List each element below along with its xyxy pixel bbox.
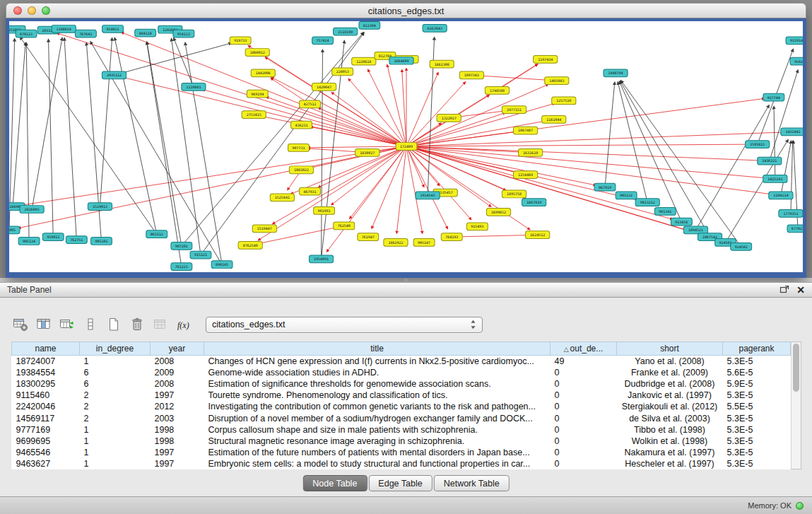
- graph-node[interactable]: 1954091: [309, 255, 333, 263]
- graph-node[interactable]: 867919: [594, 183, 616, 191]
- graph-node[interactable]: 1067487: [513, 127, 537, 134]
- graph-node[interactable]: 1624512: [526, 231, 550, 239]
- table-row[interactable]: 946554611997Estimation of the future num…: [12, 447, 791, 458]
- graph-edge[interactable]: [147, 42, 182, 246]
- graph-node[interactable]: 1699652: [486, 209, 510, 216]
- table-row[interactable]: 2242004622012Investigating the contribut…: [12, 401, 791, 412]
- graph-edge[interactable]: [64, 37, 76, 240]
- graph-node[interactable]: 890145: [211, 261, 233, 269]
- graph-node[interactable]: 913456: [671, 218, 692, 226]
- graph-node[interactable]: 959013: [42, 233, 64, 241]
- table-cell[interactable]: 0: [551, 424, 617, 436]
- import-table-icon[interactable]: [151, 315, 170, 334]
- graph-edge[interactable]: [22, 146, 406, 205]
- graph-edge[interactable]: [271, 77, 406, 146]
- graph-edge[interactable]: [726, 139, 789, 243]
- network-canvas[interactable]: 1724091255437166130810973431748508197715…: [9, 21, 803, 272]
- table-cell[interactable]: 5.3E-5: [723, 436, 791, 447]
- graph-edge[interactable]: [100, 37, 112, 206]
- table-cell[interactable]: 6: [80, 367, 151, 378]
- graph-edge[interactable]: [174, 38, 194, 87]
- graph-node[interactable]: 228053: [332, 68, 353, 76]
- graph-node[interactable]: 1431441: [781, 128, 803, 136]
- table-cell[interactable]: 9699695: [12, 436, 80, 447]
- table-cell[interactable]: 1998: [151, 436, 204, 447]
- graph-node[interactable]: 1525441: [270, 194, 294, 201]
- graph-edge[interactable]: [791, 141, 793, 214]
- graph-edge[interactable]: [605, 82, 615, 187]
- graph-node[interactable]: 915914: [786, 37, 803, 45]
- table-row[interactable]: 1938455462009Genome-wide association stu…: [12, 367, 791, 378]
- graph-node[interactable]: 867931: [300, 187, 321, 195]
- table-cell[interactable]: 5.3E-5: [723, 458, 791, 469]
- graph-node[interactable]: 9013212: [635, 199, 659, 206]
- table-cell[interactable]: 5.3E-5: [723, 412, 791, 424]
- graph-node[interactable]: 907731: [288, 144, 310, 152]
- tab-network-table[interactable]: Network Table: [434, 475, 510, 491]
- graph-node[interactable]: 1097343: [459, 71, 483, 79]
- graph-node[interactable]: 762540: [334, 222, 355, 230]
- zoom-button[interactable]: [42, 6, 50, 15]
- graph-node[interactable]: 919733: [230, 37, 251, 45]
- table-cell[interactable]: 1997: [151, 390, 204, 401]
- table-cell[interactable]: Franke et al. (2009): [617, 367, 723, 378]
- column-header-out_de[interactable]: △out_de...: [551, 342, 617, 356]
- table-cell[interactable]: Tibbo et al. (1998): [617, 424, 723, 436]
- table-cell[interactable]: 0: [551, 412, 617, 424]
- table-row[interactable]: 1872400712008Changes of HCN gene express…: [12, 356, 791, 368]
- table-cell[interactable]: 2003: [151, 412, 204, 424]
- graph-edge[interactable]: [402, 69, 406, 146]
- table-cell[interactable]: 18300295: [12, 378, 80, 390]
- graph-node[interactable]: 1197434: [534, 55, 558, 63]
- graph-node[interactable]: 1664609: [389, 57, 413, 64]
- column-header-name[interactable]: name: [12, 342, 80, 356]
- graph-node[interactable]: 905147: [413, 239, 435, 247]
- table-cell[interactable]: 1: [80, 458, 151, 469]
- graph-edge[interactable]: [406, 146, 423, 233]
- float-panel-icon[interactable]: [779, 285, 789, 295]
- new-table-icon[interactable]: [105, 315, 123, 334]
- table-cell[interactable]: de Silva et al. (2003): [617, 412, 723, 424]
- graph-edge[interactable]: [406, 103, 555, 146]
- table-cell[interactable]: 0: [551, 447, 617, 458]
- table-cell[interactable]: 1998: [151, 424, 204, 436]
- graph-edge[interactable]: [406, 146, 471, 220]
- graph-edge[interactable]: [248, 45, 406, 146]
- graph-node[interactable]: 954021: [102, 25, 124, 33]
- graph-node[interactable]: 1529013: [88, 203, 112, 211]
- network-window[interactable]: citations_edges.txt 17240912554371661308…: [6, 3, 806, 278]
- column-header-title[interactable]: title: [204, 342, 551, 356]
- table-cell[interactable]: 0: [551, 390, 617, 401]
- graph-node[interactable]: 2035112: [102, 71, 126, 79]
- table-cell[interactable]: Wolkin et al. (1998): [617, 436, 723, 447]
- graph-node[interactable]: 1748508: [485, 86, 509, 94]
- table-cell[interactable]: 2008: [151, 356, 204, 368]
- graph-edge[interactable]: [452, 235, 528, 238]
- graph-node[interactable]: 1862922: [384, 239, 408, 247]
- graph-node[interactable]: 1425141: [763, 175, 787, 183]
- tab-node-table[interactable]: Node Table: [302, 475, 367, 491]
- graph-edge[interactable]: [396, 146, 406, 233]
- graph-edge[interactable]: [86, 42, 101, 241]
- graph-node[interactable]: 924502: [731, 243, 752, 250]
- graph-edge[interactable]: [13, 42, 25, 206]
- graph-node[interactable]: 1667819: [522, 199, 546, 206]
- show-columns-icon[interactable]: [35, 315, 53, 334]
- graph-node[interactable]: 2026905: [20, 206, 44, 214]
- table-cell[interactable]: Genome-wide association studies in ADHD.: [204, 367, 551, 378]
- minimize-button[interactable]: [28, 6, 36, 15]
- table-cell[interactable]: 5.3E-5: [723, 424, 791, 436]
- table-cell[interactable]: 2: [80, 390, 151, 401]
- table-cell[interactable]: 0: [551, 401, 617, 412]
- table-cell[interactable]: 5.6E-5: [723, 367, 791, 378]
- graph-node[interactable]: 1830027: [355, 148, 379, 156]
- graph-node[interactable]: 1442006: [251, 69, 275, 77]
- table-cell[interactable]: 14569117: [12, 412, 80, 424]
- table-scrollbar[interactable]: [791, 341, 801, 469]
- table-row[interactable]: 911546021997Tourette syndrome. Phenomeno…: [12, 390, 791, 401]
- graph-edge[interactable]: [57, 33, 406, 146]
- table-cell[interactable]: 9463627: [12, 458, 80, 469]
- table-cell[interactable]: 5.3E-5: [723, 390, 791, 401]
- graph-node[interactable]: 1436321: [758, 157, 782, 165]
- table-cell[interactable]: 1: [80, 424, 151, 436]
